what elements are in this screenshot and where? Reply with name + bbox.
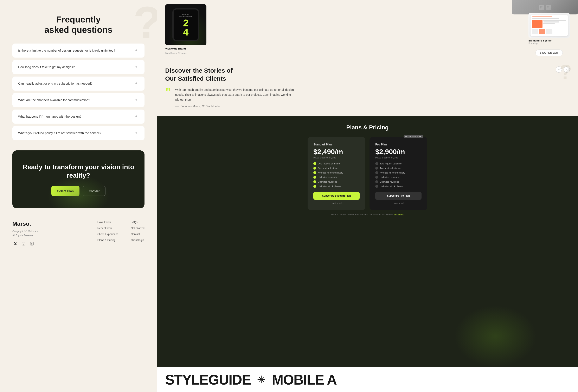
testimonials-header: Discover the Stories of Our Satisfied Cl… [165,66,570,83]
genesis-top-area: ▨ ▩ [512,0,578,14]
feature-check-icon [375,167,378,170]
pro-plan-features: Two request at a time Two senior designe… [375,162,422,188]
quote-dash [175,106,179,106]
testimonial-quote: " With top-notch quality and seamless se… [165,87,570,108]
faq-expand-icon[interactable]: + [134,65,139,70]
plan-feature: Unlimited stock photos [375,185,422,188]
plan-feature: One request at a time [313,162,360,165]
feature-check-icon [313,176,316,179]
faq-item[interactable]: What are the channels available for comm… [12,93,144,107]
styleguide-mobile-label: MOBILE A [272,372,337,388]
plan-feature: Unlimited revisions [313,180,360,183]
footer-link-plans-pricing[interactable]: Plans & Pricing [97,238,118,242]
standard-plan-pause: Pause or cancel anytime [313,157,360,159]
faq-item[interactable]: Can I easily adjust or end my subscripti… [12,77,144,90]
footer-link-contact[interactable]: Contact [131,232,144,236]
standard-plan-card: Standart Plan $2,490/m Pause or cancel a… [308,137,365,210]
plans-cards: Standart Plan $2,490/m Pause or cancel a… [165,137,570,210]
linkedin-icon[interactable] [29,241,35,247]
footer-link-faqs[interactable]: FAQs [131,220,144,224]
elementify-image [529,13,570,38]
faq-expand-icon[interactable]: + [134,131,139,135]
cta-box: Ready to transform your vision into real… [12,150,144,208]
svg-point-2 [24,243,25,243]
styleguide-section: STYLEGUIDE ✳ MOBILE A [157,367,578,392]
footer-logo: Marso. [12,220,97,227]
faq-expand-icon[interactable]: + [134,98,139,103]
faq-list: Is there a limit to the number of design… [12,44,144,140]
quote-mark: " [165,87,171,97]
footer-links: How it work Recent work Client Experienc… [97,220,144,242]
instagram-icon[interactable] [21,241,26,247]
faq-item[interactable]: What's your refund policy if I'm not sat… [12,126,144,140]
svg-rect-0 [22,242,25,245]
footer-brand: Marso. Copyright © 2024 Marso. All Right… [12,220,97,247]
select-plan-button[interactable]: Select Plan [51,186,80,196]
quote-author: Jonathan Moore, CEO at Mondo [175,105,295,108]
vioneuxs-sublabel: Web Design / Framer [165,52,206,54]
quote-text: With top-notch quality and seamless serv… [175,87,295,102]
feature-check-icon [375,185,378,188]
testimonial-prev-button[interactable]: ← [556,66,562,73]
faq-expand-icon[interactable]: + [134,48,139,53]
pro-plan-pause: Pause or cancel anytime [375,157,422,159]
elementify-card: Elementify System Branding [529,13,570,44]
custom-quote-text: Want a custom quote? Book a FREE consult… [165,213,570,216]
plans-section: Plans & Pricing Standart Plan $2,490/m P… [157,116,578,367]
subscribe-standard-button[interactable]: Subscribe Standart Plan [313,192,360,200]
feature-check-icon [375,176,378,179]
plans-title: Plans & Pricing [165,124,570,131]
twitter-icon[interactable] [12,241,18,247]
footer-link-client-experience[interactable]: Client Experience [97,232,118,236]
elementify-sublabel: Branding [529,42,570,44]
feature-check-icon [375,180,378,183]
standard-plan-price: $2,490/m [313,148,360,156]
lets-chat-link[interactable]: Let's chat [394,213,404,216]
plan-feature: Average 48 hour delivery [313,171,360,174]
pro-plan-card: MOST POPULAR Pro Plan $2,900/m Pause or … [370,137,427,210]
right-panel: ▨ ▩ Design Conference 2 4 VioNexus Brand… [157,0,578,392]
plan-feature: Average 48 hour delivery [375,171,422,174]
plan-feature: Unlimited requests [313,176,360,179]
plan-feature: Two request at a time [375,162,422,165]
plan-feature: One senior designer [313,167,360,170]
phone-mockup: Design Conference 2 4 [165,4,206,45]
show-more-button[interactable]: Show more work [535,49,563,56]
pro-book-call[interactable]: Book a call [375,202,422,204]
plan-feature: Unlimited requests [375,176,422,179]
footer-link-get-started[interactable]: Get Started [131,226,144,230]
quote-content: With top-notch quality and seamless serv… [175,87,295,108]
footer-link-how-it-work[interactable]: How it work [97,220,118,224]
faq-title: Frequently asked questions [12,14,144,35]
pro-plan-title: Pro Plan [375,143,422,146]
faq-item[interactable]: What happens if I'm unhappy with the des… [12,110,144,124]
phone-device: Design Conference 2 4 [172,8,199,41]
testimonial-nav: ← → [556,66,570,73]
faq-expand-icon[interactable]: + [134,81,139,86]
standard-book-call[interactable]: Book a call [313,202,360,204]
feature-check-icon [313,162,316,165]
feature-check-icon [375,171,378,174]
pro-plan-price: $2,900/m [375,148,422,156]
footer-copyright: Copyright © 2024 Marso. All Rights Reser… [12,230,97,237]
plan-feature: Two senior designers [375,167,422,170]
styleguide-star-icon: ✳ [257,374,266,386]
footer-col-2: FAQs Get Started Contact Client login [131,220,144,242]
vioneuxs-label: VioNexus Brand [165,47,206,50]
faq-expand-icon[interactable]: + [134,114,139,119]
styleguide-title: STYLEGUIDE [165,372,251,388]
faq-item[interactable]: Is there a limit to the number of design… [12,44,144,58]
most-popular-badge: MOST POPULAR [404,135,423,138]
contact-button[interactable]: Contact [83,186,105,196]
feature-check-icon [313,185,316,188]
faq-item[interactable]: How long does it take to get my designs?… [12,60,144,74]
plan-feature: Unlimited revisions [375,180,422,183]
footer-link-client-login[interactable]: Client login [131,238,144,242]
subscribe-pro-button[interactable]: Subscribe Pro Plan [375,192,422,200]
footer-col-1: How it work Recent work Client Experienc… [97,220,118,242]
genesis-top-image: ▨ ▩ [512,0,578,14]
testimonial-next-button[interactable]: → [564,66,570,73]
portfolio-vioneuxs-card: Design Conference 2 4 VioNexus Brand Web… [165,4,206,54]
footer-link-recent-work[interactable]: Recent work [97,226,118,230]
footer: Marso. Copyright © 2024 Marso. All Right… [12,220,144,247]
